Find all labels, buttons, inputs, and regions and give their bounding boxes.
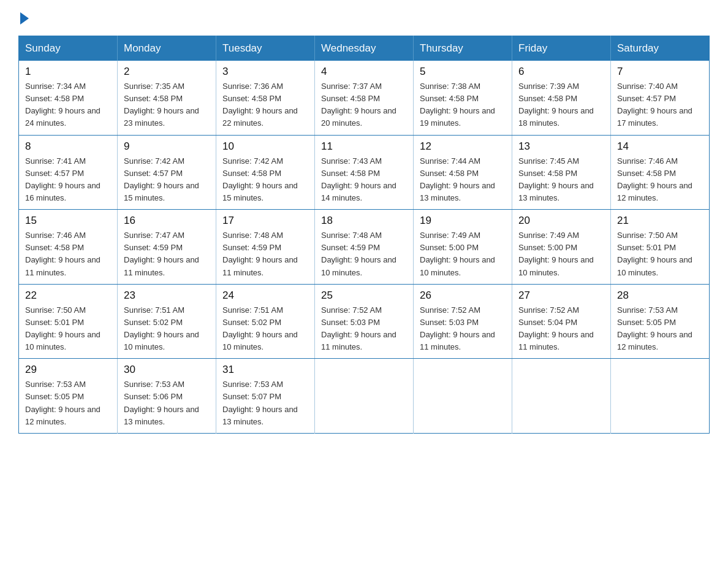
sunrise-label: Sunrise: 7:47 AM: [124, 231, 184, 240]
sunrise-label: Sunrise: 7:42 AM: [124, 156, 184, 166]
sunset-label: Sunset: 5:03 PM: [420, 318, 479, 327]
sunset-label: Sunset: 4:58 PM: [25, 243, 84, 252]
sunset-label: Sunset: 4:58 PM: [222, 94, 281, 103]
calendar-week-row: 15 Sunrise: 7:46 AM Sunset: 4:58 PM Dayl…: [19, 210, 710, 285]
day-number: 22: [25, 289, 111, 302]
day-info: Sunrise: 7:39 AM Sunset: 4:58 PM Dayligh…: [518, 80, 604, 130]
calendar-table: SundayMondayTuesdayWednesdayThursdayFrid…: [18, 36, 710, 434]
calendar-cell: 15 Sunrise: 7:46 AM Sunset: 4:58 PM Dayl…: [19, 210, 118, 285]
sunrise-label: Sunrise: 7:40 AM: [617, 82, 678, 91]
day-number: 2: [124, 66, 210, 78]
daylight-label: Daylight: 9 hours and 10 minutes.: [124, 330, 199, 351]
calendar-cell: 16 Sunrise: 7:47 AM Sunset: 4:59 PM Dayl…: [118, 210, 216, 285]
day-info: Sunrise: 7:51 AM Sunset: 5:02 PM Dayligh…: [124, 304, 210, 354]
calendar-week-row: 29 Sunrise: 7:53 AM Sunset: 5:05 PM Dayl…: [19, 359, 710, 434]
calendar-cell: [512, 359, 611, 434]
sunrise-label: Sunrise: 7:46 AM: [617, 156, 678, 166]
day-number: 6: [518, 66, 604, 78]
day-number: 14: [617, 140, 703, 153]
sunrise-label: Sunrise: 7:45 AM: [518, 156, 579, 166]
day-number: 16: [124, 215, 210, 227]
calendar-cell: 8 Sunrise: 7:41 AM Sunset: 4:57 PM Dayli…: [19, 135, 118, 210]
calendar-week-row: 1 Sunrise: 7:34 AM Sunset: 4:58 PM Dayli…: [19, 61, 710, 135]
calendar-header-row: SundayMondayTuesdayWednesdayThursdayFrid…: [19, 36, 710, 61]
daylight-label: Daylight: 9 hours and 11 minutes.: [420, 330, 495, 351]
day-info: Sunrise: 7:47 AM Sunset: 4:59 PM Dayligh…: [124, 229, 210, 279]
sunset-label: Sunset: 4:58 PM: [518, 169, 577, 178]
calendar-cell: 24 Sunrise: 7:51 AM Sunset: 5:02 PM Dayl…: [216, 284, 315, 359]
day-number: 26: [420, 289, 506, 302]
calendar-cell: 28 Sunrise: 7:53 AM Sunset: 5:05 PM Dayl…: [611, 284, 710, 359]
day-info: Sunrise: 7:38 AM Sunset: 4:58 PM Dayligh…: [420, 80, 506, 130]
header-thursday: Thursday: [414, 36, 512, 61]
sunset-label: Sunset: 5:01 PM: [617, 243, 676, 252]
day-info: Sunrise: 7:40 AM Sunset: 4:57 PM Dayligh…: [617, 80, 703, 130]
daylight-label: Daylight: 9 hours and 14 minutes.: [321, 181, 396, 202]
sunrise-label: Sunrise: 7:52 AM: [321, 305, 382, 315]
calendar-cell: 2 Sunrise: 7:35 AM Sunset: 4:58 PM Dayli…: [118, 61, 216, 135]
calendar-cell: 26 Sunrise: 7:52 AM Sunset: 5:03 PM Dayl…: [414, 284, 512, 359]
day-info: Sunrise: 7:41 AM Sunset: 4:57 PM Dayligh…: [25, 155, 111, 205]
day-info: Sunrise: 7:36 AM Sunset: 4:58 PM Dayligh…: [222, 80, 308, 130]
sunset-label: Sunset: 4:59 PM: [321, 243, 380, 252]
day-number: 25: [321, 289, 407, 302]
sunrise-label: Sunrise: 7:51 AM: [124, 305, 184, 315]
daylight-label: Daylight: 9 hours and 11 minutes.: [321, 330, 396, 351]
day-number: 4: [321, 66, 407, 78]
daylight-label: Daylight: 9 hours and 23 minutes.: [124, 106, 199, 128]
calendar-cell: 25 Sunrise: 7:52 AM Sunset: 5:03 PM Dayl…: [315, 284, 414, 359]
day-number: 10: [222, 140, 308, 153]
sunrise-label: Sunrise: 7:53 AM: [25, 380, 86, 389]
day-number: 20: [518, 215, 604, 227]
day-info: Sunrise: 7:51 AM Sunset: 5:02 PM Dayligh…: [222, 304, 308, 354]
sunset-label: Sunset: 4:57 PM: [25, 169, 84, 178]
sunset-label: Sunset: 4:58 PM: [222, 169, 281, 178]
day-number: 31: [222, 364, 308, 376]
sunset-label: Sunset: 5:05 PM: [25, 392, 84, 401]
day-info: Sunrise: 7:53 AM Sunset: 5:06 PM Dayligh…: [124, 378, 210, 428]
day-number: 8: [25, 140, 111, 153]
header-wednesday: Wednesday: [315, 36, 414, 61]
daylight-label: Daylight: 9 hours and 12 minutes.: [617, 181, 692, 202]
sunset-label: Sunset: 4:58 PM: [321, 169, 380, 178]
sunset-label: Sunset: 4:59 PM: [222, 243, 281, 252]
sunset-label: Sunset: 5:05 PM: [617, 318, 676, 327]
calendar-cell: 11 Sunrise: 7:43 AM Sunset: 4:58 PM Dayl…: [315, 135, 414, 210]
day-number: 17: [222, 215, 308, 227]
sunrise-label: Sunrise: 7:43 AM: [321, 156, 382, 166]
calendar-cell: 23 Sunrise: 7:51 AM Sunset: 5:02 PM Dayl…: [118, 284, 216, 359]
sunrise-label: Sunrise: 7:51 AM: [222, 305, 283, 315]
header-tuesday: Tuesday: [216, 36, 315, 61]
sunset-label: Sunset: 5:03 PM: [321, 318, 380, 327]
sunset-label: Sunset: 4:59 PM: [124, 243, 183, 252]
sunrise-label: Sunrise: 7:53 AM: [124, 380, 184, 389]
sunset-label: Sunset: 5:06 PM: [124, 392, 183, 401]
calendar-cell: 12 Sunrise: 7:44 AM Sunset: 4:58 PM Dayl…: [414, 135, 512, 210]
sunset-label: Sunset: 5:02 PM: [124, 318, 183, 327]
calendar-cell: 3 Sunrise: 7:36 AM Sunset: 4:58 PM Dayli…: [216, 61, 315, 135]
daylight-label: Daylight: 9 hours and 19 minutes.: [420, 106, 495, 128]
day-number: 27: [518, 289, 604, 302]
sunrise-label: Sunrise: 7:52 AM: [420, 305, 480, 315]
daylight-label: Daylight: 9 hours and 12 minutes.: [25, 405, 100, 426]
daylight-label: Daylight: 9 hours and 12 minutes.: [617, 330, 692, 351]
daylight-label: Daylight: 9 hours and 22 minutes.: [222, 106, 298, 128]
sunset-label: Sunset: 4:57 PM: [617, 94, 676, 103]
sunrise-label: Sunrise: 7:37 AM: [321, 82, 382, 91]
day-info: Sunrise: 7:50 AM Sunset: 5:01 PM Dayligh…: [25, 304, 111, 354]
daylight-label: Daylight: 9 hours and 10 minutes.: [25, 330, 100, 351]
sunrise-label: Sunrise: 7:41 AM: [25, 156, 86, 166]
day-number: 3: [222, 66, 308, 78]
sunrise-label: Sunrise: 7:53 AM: [617, 305, 678, 315]
daylight-label: Daylight: 9 hours and 10 minutes.: [321, 255, 396, 277]
day-info: Sunrise: 7:52 AM Sunset: 5:03 PM Dayligh…: [321, 304, 407, 354]
day-info: Sunrise: 7:42 AM Sunset: 4:58 PM Dayligh…: [222, 155, 308, 205]
day-info: Sunrise: 7:37 AM Sunset: 4:58 PM Dayligh…: [321, 80, 407, 130]
calendar-cell: 1 Sunrise: 7:34 AM Sunset: 4:58 PM Dayli…: [19, 61, 118, 135]
calendar-cell: [611, 359, 710, 434]
day-number: 24: [222, 289, 308, 302]
daylight-label: Daylight: 9 hours and 13 minutes.: [124, 405, 199, 426]
day-number: 9: [124, 140, 210, 153]
daylight-label: Daylight: 9 hours and 17 minutes.: [617, 106, 692, 128]
day-info: Sunrise: 7:46 AM Sunset: 4:58 PM Dayligh…: [25, 229, 111, 279]
